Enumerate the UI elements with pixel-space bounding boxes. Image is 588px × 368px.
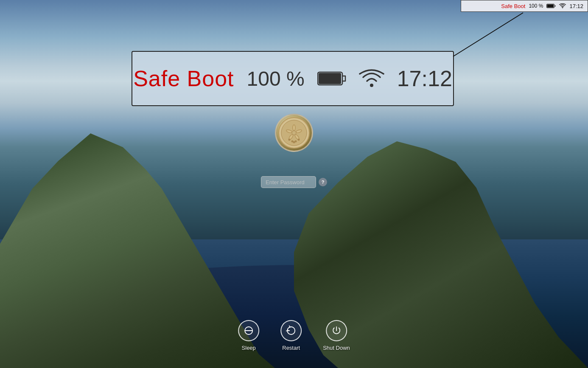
menubar: Safe Boot 100 % 17:12 [461,0,588,12]
password-help-button[interactable]: ? [319,178,327,186]
sleep-label: Sleep [242,345,256,351]
svg-point-22 [298,139,300,141]
bottom-buttons: Sleep Restart Shut Down [238,320,350,351]
svg-rect-1 [547,5,554,8]
password-container: ? [261,176,327,188]
shutdown-button[interactable]: Shut Down [323,320,350,351]
sleep-button[interactable]: Sleep [238,320,259,351]
svg-point-19 [288,139,291,141]
svg-rect-4 [319,73,341,84]
svg-point-13 [292,131,296,135]
status-box-safe-boot: Safe Boot [133,66,234,91]
sleep-icon [238,320,259,341]
avatar [275,114,313,152]
menubar-safe-boot-label: Safe Boot [501,3,525,9]
restart-icon [280,320,302,341]
battery-icon [546,3,556,8]
status-wifi-icon [359,68,384,89]
wifi-icon [559,3,566,9]
shutdown-icon [326,320,347,341]
sand-dollar-icon [277,116,311,149]
shutdown-label: Shut Down [323,345,350,351]
menubar-battery-percent: 100 % [529,3,543,9]
status-box-time: 17:12 [397,66,452,91]
status-battery-icon [317,70,346,87]
status-box-battery-percent: 100 % [247,67,305,90]
restart-button[interactable]: Restart [280,320,302,351]
status-box: Safe Boot 100 % 17:12 [132,51,454,106]
password-input[interactable] [261,176,316,188]
avatar-container [275,114,313,152]
svg-point-14 [293,125,295,130]
restart-label: Restart [282,345,300,351]
svg-point-5 [370,84,373,87]
svg-point-23 [293,141,295,143]
menubar-time: 17:12 [569,3,583,9]
